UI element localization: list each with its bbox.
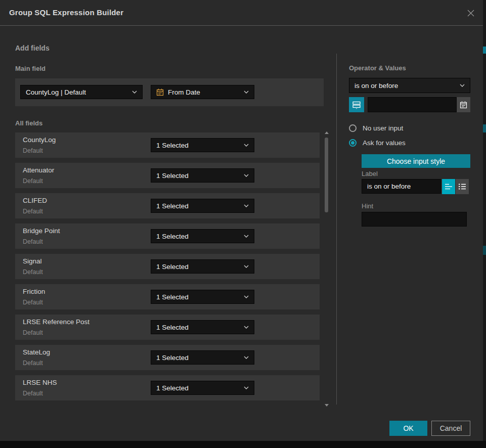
- field-row-statelog: StateLog Default 1 Selected: [15, 345, 320, 370]
- radio-circle-off[interactable]: [349, 124, 357, 132]
- input-style-icon: [352, 100, 361, 109]
- radio-label: Ask for values: [363, 139, 406, 147]
- chevron-down-icon: [244, 295, 249, 298]
- field-name: StateLog: [23, 348, 50, 356]
- label-input[interactable]: [362, 179, 441, 194]
- field-subtitle: Default: [23, 147, 43, 154]
- field-row-clifed: CLIFED Default 1 Selected: [15, 193, 320, 218]
- label-style-plain-button[interactable]: [442, 179, 455, 194]
- field-row-friction: Friction Default 1 Selected: [15, 284, 320, 309]
- field-name: CountyLog: [23, 136, 56, 144]
- input-style-toggle-button[interactable]: [349, 97, 364, 112]
- field-values-select[interactable]: 1 Selected: [151, 168, 254, 183]
- main-field-panel: CountyLog | Default From Date: [15, 78, 324, 106]
- field-values-select[interactable]: 1 Selected: [151, 290, 254, 304]
- radio-label: No user input: [363, 124, 403, 132]
- chevron-down-icon: [244, 386, 249, 389]
- field-values-select[interactable]: 1 Selected: [151, 381, 254, 395]
- chevron-down-icon: [244, 174, 249, 177]
- operator-select[interactable]: is on or before: [349, 78, 470, 93]
- field-name: Attenuator: [23, 166, 54, 174]
- field-values-select[interactable]: 1 Selected: [151, 199, 254, 213]
- ok-button[interactable]: OK: [389, 421, 427, 436]
- radio-dot: [351, 141, 355, 145]
- field-name: Signal: [23, 257, 42, 265]
- field-row-signal: Signal Default 1 Selected: [15, 254, 320, 279]
- main-field-layer-select[interactable]: CountyLog | Default: [20, 85, 143, 99]
- all-fields-label: All fields: [15, 119, 42, 127]
- label-field-label: Label: [362, 170, 378, 177]
- field-row-lrse-nhs: LRSE NHS Default 1 Selected: [15, 375, 320, 400]
- close-button[interactable]: [465, 7, 477, 19]
- chevron-down-icon: [244, 204, 249, 207]
- choose-input-style-button[interactable]: Choose input style: [362, 154, 470, 168]
- field-subtitle: Default: [23, 268, 43, 276]
- field-subtitle: Default: [23, 208, 43, 215]
- date-value-input[interactable]: [368, 97, 457, 112]
- calendar-icon: [460, 101, 467, 109]
- list-icon: [458, 183, 466, 190]
- field-row-attenuator: Attenuator Default 1 Selected: [15, 163, 320, 188]
- field-subtitle: Default: [23, 329, 43, 336]
- cancel-button[interactable]: Cancel: [431, 421, 470, 436]
- chevron-down-icon: [460, 84, 465, 87]
- field-name: CLIFED: [23, 197, 47, 204]
- field-subtitle: Default: [23, 238, 43, 245]
- field-name: LRSE NHS: [23, 379, 57, 386]
- date-picker-button[interactable]: [457, 97, 470, 112]
- field-subtitle: Default: [23, 177, 43, 185]
- scrollbar-thumb[interactable]: [325, 138, 328, 212]
- chevron-down-icon: [132, 91, 137, 94]
- chevron-down-icon: [244, 356, 249, 359]
- scroll-down-icon[interactable]: [325, 404, 329, 407]
- field-row-bridge-point: Bridge Point Default 1 Selected: [15, 223, 320, 249]
- edge-fleck: [483, 124, 486, 132]
- background-bottom-strip: [0, 441, 486, 448]
- align-left-icon: [445, 183, 453, 190]
- field-row-lrse-reference-post: LRSE Reference Post Default 1 Selected: [15, 315, 320, 340]
- label-style-list-button[interactable]: [456, 179, 469, 194]
- field-subtitle: Default: [23, 299, 43, 306]
- radio-ask-for-values[interactable]: Ask for values: [349, 139, 406, 147]
- chevron-down-icon: [244, 91, 249, 94]
- chevron-down-icon: [244, 265, 249, 268]
- field-subtitle: Default: [23, 360, 43, 367]
- panel-divider: [336, 54, 337, 405]
- list-scrollbar[interactable]: [324, 130, 329, 408]
- group-sql-expression-builder-dialog: Group SQL Expression Builder Add fields …: [0, 0, 483, 441]
- chevron-down-icon: [244, 326, 249, 329]
- operator-values-heading: Operator & Values: [349, 64, 406, 72]
- chevron-down-icon: [244, 144, 249, 147]
- radio-no-user-input[interactable]: No user input: [349, 124, 403, 132]
- add-fields-heading: Add fields: [15, 44, 50, 52]
- radio-circle-on[interactable]: [349, 139, 357, 147]
- dialog-title: Group SQL Expression Builder: [9, 8, 123, 17]
- hint-input[interactable]: [362, 212, 467, 227]
- field-name: Bridge Point: [23, 227, 60, 235]
- field-name: Friction: [23, 288, 45, 295]
- dialog-titlebar: Group SQL Expression Builder: [0, 0, 483, 26]
- field-values-select[interactable]: 1 Selected: [151, 259, 254, 274]
- field-subtitle: Default: [23, 390, 43, 397]
- edge-fleck: [483, 47, 486, 54]
- main-field-label: Main field: [15, 65, 46, 72]
- field-values-select[interactable]: 1 Selected: [151, 229, 254, 243]
- chevron-down-icon: [244, 235, 249, 238]
- field-values-select[interactable]: 1 Selected: [151, 138, 254, 152]
- field-select-value: From Date: [168, 88, 241, 96]
- field-row-countylog: CountyLog Default 1 Selected: [15, 132, 320, 158]
- edge-fleck: [483, 246, 486, 255]
- field-values-select[interactable]: 1 Selected: [151, 350, 254, 365]
- operator-select-value: is on or before: [355, 82, 457, 89]
- field-name: LRSE Reference Post: [23, 318, 90, 326]
- hint-field-label: Hint: [362, 202, 373, 210]
- scroll-up-icon[interactable]: [325, 131, 329, 134]
- background-edge-strip: [483, 0, 486, 441]
- layer-select-value: CountyLog | Default: [26, 88, 129, 96]
- main-field-field-select[interactable]: From Date: [151, 85, 254, 99]
- field-values-select[interactable]: 1 Selected: [151, 320, 254, 334]
- close-icon: [466, 9, 475, 18]
- calendar-icon: [156, 88, 164, 96]
